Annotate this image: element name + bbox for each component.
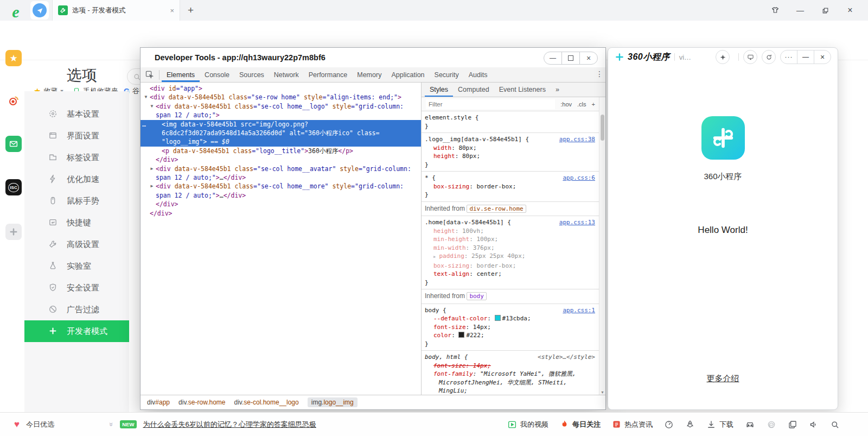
sidebar-item-window[interactable]: 界面设置 [24, 125, 129, 147]
color-swatch[interactable] [495, 315, 501, 321]
styles-pane-tab-1[interactable]: Computed [453, 83, 494, 97]
elements-tree-line[interactable]: </div> [141, 155, 421, 164]
minimize-icon[interactable]: — [788, 6, 813, 15]
miniapp-header[interactable]: 360小程序 vi… ··· — × [608, 48, 838, 66]
elements-tree-line[interactable]: "logo__img"> == $0 [141, 137, 421, 146]
css-selector[interactable]: .logo__img[data-v-584e45b1] [425, 136, 522, 143]
styles-filter-input[interactable] [426, 99, 555, 109]
styles-pane-tab-0[interactable]: Styles [425, 83, 453, 97]
sidebar-item-gear[interactable]: 基本设置 [24, 103, 129, 125]
minimize-icon[interactable]: — [797, 50, 814, 64]
more-options-icon[interactable]: ··· [781, 50, 797, 64]
isc-app-icon[interactable]: ISC [5, 179, 22, 195]
styles-toggle-2[interactable]: + [592, 101, 595, 108]
statusbar-item-hot-news[interactable]: 热点资讯 [612, 420, 653, 429]
inspect-element-icon[interactable] [145, 70, 155, 80]
collapsed-arrow-icon[interactable]: ▶ [149, 165, 155, 173]
css-source-link[interactable]: <style>…</style> [538, 353, 595, 362]
css-declaration[interactable]: box-sizing: border-box; [425, 182, 595, 191]
sidebar-item-tabpage[interactable]: 标签设置 [24, 147, 129, 168]
breadcrumb-item[interactable]: div.se-col.home__logo [234, 399, 299, 406]
css-selector[interactable]: .home[data-v-584e45b1] [425, 219, 504, 226]
elements-tree-line[interactable]: <p data-v-584e45b1 class="logo__title">3… [141, 147, 421, 155]
scrollbar-thumb[interactable] [601, 115, 604, 141]
mail-app-icon[interactable] [5, 136, 22, 152]
css-declaration[interactable]: --default-color: #13cbda; [425, 314, 595, 323]
sidebar-item-adblock[interactable]: 广告过滤 [24, 299, 129, 320]
favorites-app-icon[interactable]: ★ [5, 50, 22, 66]
styles-pane-tab-2[interactable]: Event Listeners [494, 83, 551, 97]
css-declaration[interactable]: font-size: 14px; [425, 323, 595, 332]
elements-tree-line[interactable]: span 12 / auto;"> [141, 111, 421, 119]
elements-tree-line[interactable]: ▼<div data-v-584e45b1 class="se-col home… [141, 102, 421, 111]
statusbar-item-ie[interactable] [767, 420, 776, 429]
elements-tree-line[interactable]: </div> [141, 209, 421, 218]
sidebar-item-mouse[interactable]: 鼠标手势 [24, 190, 129, 212]
devtools-tab-audits[interactable]: Audits [464, 67, 493, 82]
inherited-node-chip[interactable]: body [467, 292, 487, 300]
maximize-icon[interactable] [561, 52, 579, 64]
css-declaration[interactable]: box-sizing: border-box; [425, 262, 595, 270]
css-selector[interactable]: * [425, 174, 429, 181]
css-declaration[interactable]: font-family: "Microsoft YaHei", 微软雅黑, Mi… [425, 370, 595, 395]
elements-tree-line[interactable]: ▶<div data-v-584e45b1 class="se-col home… [141, 165, 421, 173]
close-icon[interactable]: × [579, 52, 597, 64]
statusbar-item-play-video[interactable]: 我的视频 [507, 420, 548, 429]
skin-icon[interactable] [763, 6, 788, 15]
sidebar-item-miniapp[interactable]: 开发者模式 [24, 320, 129, 342]
expanded-arrow-icon[interactable]: ▼ [149, 102, 155, 111]
css-selector[interactable]: body, html [425, 353, 461, 361]
refresh-icon[interactable] [762, 50, 776, 64]
css-source-link[interactable]: app.css:13 [559, 218, 595, 227]
statusbar-item-download[interactable]: 下载 [706, 420, 733, 429]
expand-arrow-icon[interactable]: ▶ [433, 255, 438, 259]
elements-tree-line[interactable]: <div id="app"> [141, 84, 421, 93]
styles-pane-tab-3[interactable]: » [551, 83, 564, 97]
css-declaration[interactable]: min-height: 100px; [425, 235, 595, 244]
css-declaration[interactable]: font-size: 14px; [425, 362, 595, 370]
color-swatch[interactable] [458, 332, 464, 338]
devtools-tab-application[interactable]: Application [386, 67, 429, 82]
close-icon[interactable]: × [838, 5, 863, 15]
elements-tree-line[interactable]: span 12 / auto;">…</div> [141, 173, 421, 182]
sidebar-item-wrench[interactable]: 高级设置 [24, 233, 129, 255]
sidebar-item-hotkey[interactable]: 快捷键 [24, 212, 129, 233]
devtools-menu-icon[interactable]: ⋮ [596, 69, 603, 78]
elements-tree-line[interactable]: 6c8dc2f3d027ada9548d14a5a3266d0d" alt="3… [141, 129, 421, 137]
css-declaration[interactable]: height: 100vh; [425, 227, 595, 236]
elements-tree-line[interactable]: ▼<div data-v-584e45b1 class="se-row home… [141, 93, 421, 102]
css-declaration[interactable]: width: 80px; [425, 144, 595, 153]
css-declaration[interactable]: text-align: center; [425, 270, 595, 279]
styles-toggle-1[interactable]: .cls [577, 101, 586, 108]
breadcrumb-item[interactable]: div.se-row.home [178, 399, 225, 406]
sidebar-item-shield[interactable]: 安全设置 [24, 277, 129, 299]
miniapp-store-icon[interactable] [5, 224, 22, 240]
statusbar-item-flame[interactable]: 每日关注 [560, 420, 601, 429]
devtools-tab-sources[interactable]: Sources [234, 67, 269, 82]
elements-tree-line[interactable]: </div> [141, 200, 421, 208]
css-source-link[interactable]: app.css:6 [563, 174, 595, 182]
styles-toggle-0[interactable]: :hov [560, 101, 572, 108]
css-selector[interactable]: element.style [425, 114, 471, 121]
devtools-tab-memory[interactable]: Memory [352, 67, 386, 82]
user-avatar[interactable] [30, 1, 49, 20]
breadcrumb-item[interactable]: div#app [147, 399, 170, 406]
browser-tab[interactable]: 选项 - 开发者模式 × [52, 0, 180, 21]
styles-scrollbar[interactable]: ▼ [599, 97, 605, 395]
css-declaration[interactable]: min-width: 376px; [425, 244, 595, 252]
devtools-titlebar[interactable]: Developer Tools - app://qh13waury22p7m8b… [141, 48, 605, 67]
devtools-tab-network[interactable]: Network [269, 67, 304, 82]
statusbar-item-search[interactable] [830, 420, 840, 429]
sidebar-item-flask[interactable]: 实验室 [24, 255, 129, 277]
locate-icon[interactable] [716, 50, 730, 64]
breadcrumb-item[interactable]: img.logo__img [308, 397, 358, 407]
css-declaration[interactable]: color: #222; [425, 331, 595, 340]
scroll-down-arrow-icon[interactable]: ▼ [601, 390, 604, 394]
statusbar-item-rocket[interactable] [685, 420, 695, 429]
devtools-tab-elements[interactable]: Elements [162, 67, 200, 82]
statusbar-item-car[interactable] [745, 419, 755, 429]
tab-close-icon[interactable]: × [170, 7, 174, 15]
new-tab-button[interactable]: + [188, 4, 194, 16]
weibo-app-icon[interactable] [5, 92, 22, 109]
more-intro-link[interactable]: 更多介绍 [608, 374, 838, 384]
